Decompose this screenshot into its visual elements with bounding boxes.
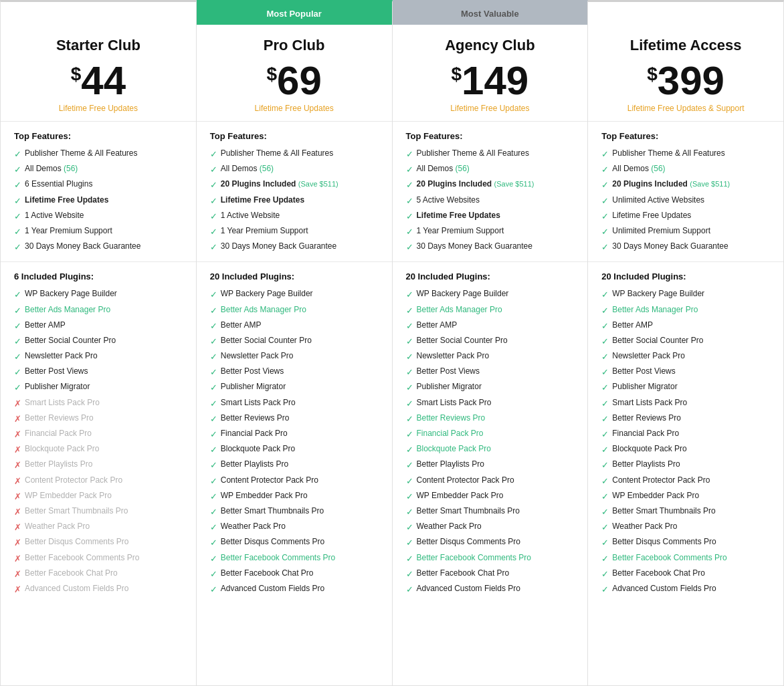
check-icon: ✓ [601, 491, 609, 503]
plugin-text-1-10: Blockquote Pack Pro [221, 443, 295, 455]
check-icon: ✓ [601, 305, 609, 317]
plugin-text-2-19: Advanced Custom Fields Pro [417, 583, 520, 594]
plugin-item-0-9: ✗Financial Pack Pro [14, 427, 183, 442]
feature-text-2-0: Publisher Theme & All Features [417, 148, 530, 159]
plan-starter: Starter Club$44Lifetime Free UpdatesTop … [0, 0, 197, 686]
check-icon: ✓ [601, 179, 609, 191]
check-icon: ✓ [210, 429, 217, 441]
plugin-item-3-1: ✓Better Ads Manager Pro [601, 303, 770, 318]
feature-text-0-1: All Demos (56) [25, 163, 78, 175]
plugin-text-0-11: Better Playlists Pro [25, 459, 92, 470]
plugin-text-2-1: Better Ads Manager Pro [417, 304, 502, 316]
plugin-item-1-11: ✓Better Playlists Pro [210, 457, 379, 473]
plan-header-pro: Pro Club$69Lifetime Free Updates [197, 25, 392, 122]
check-icon: ✓ [210, 506, 217, 518]
plan-badge-pro: Most Popular [197, 2, 392, 25]
check-icon: ✓ [210, 211, 217, 223]
plan-badge-lifetime [588, 2, 783, 25]
plugin-text-1-8: Better Reviews Pro [221, 413, 290, 424]
check-icon: ✓ [406, 211, 413, 223]
check-icon: ✓ [406, 148, 413, 160]
check-icon: ✓ [14, 179, 21, 191]
plan-features-section-pro: Top Features:✓Publisher Theme & All Feat… [197, 122, 392, 262]
check-icon: ✓ [601, 584, 609, 596]
plugin-text-1-16: Better Disqus Comments Pro [221, 536, 324, 548]
plugin-text-2-8: Better Reviews Pro [417, 413, 486, 424]
plugin-item-2-0: ✓WP Backery Page Builder [406, 287, 575, 302]
plugin-item-0-11: ✗Better Playlists Pro [14, 457, 183, 473]
plugin-text-3-1: Better Ads Manager Pro [612, 304, 698, 316]
check-icon: ✓ [210, 475, 217, 487]
plugin-text-1-1: Better Ads Manager Pro [221, 304, 306, 316]
plugin-item-3-16: ✓Better Disqus Comments Pro [601, 535, 770, 550]
cross-icon: ✗ [14, 522, 21, 534]
plugin-text-3-10: Blockquote Pack Pro [612, 443, 686, 455]
plan-header-agency: Agency Club$149Lifetime Free Updates [393, 25, 588, 122]
cross-icon: ✗ [14, 491, 21, 503]
check-icon: ✓ [210, 584, 217, 596]
plugin-text-1-6: Publisher Migrator [221, 381, 286, 392]
feature-text-3-1: All Demos (56) [612, 163, 665, 175]
plugin-item-1-14: ✓Better Smart Thumbnails Pro [210, 504, 379, 520]
plugin-item-1-13: ✓WP Embedder Pack Pro [210, 489, 379, 504]
plugin-item-3-9: ✓Financial Pack Pro [601, 427, 770, 442]
plugin-text-3-5: Better Post Views [612, 366, 676, 377]
check-icon: ✓ [210, 241, 217, 253]
plugin-text-1-4: Newsletter Pack Pro [221, 350, 294, 362]
plugin-item-2-11: ✓Better Playlists Pro [406, 457, 575, 473]
plugin-text-1-7: Smart Lists Pack Pro [221, 397, 296, 409]
check-icon: ✓ [406, 289, 413, 301]
check-icon: ✓ [601, 226, 609, 238]
check-icon: ✓ [601, 241, 609, 253]
plugin-item-1-17: ✓Better Facebook Comments Pro [210, 551, 379, 566]
plugin-text-2-18: Better Facebook Chat Pro [417, 568, 510, 579]
plan-plugins-title-starter: 6 Included Plugins: [14, 271, 183, 281]
plugin-item-0-8: ✗Better Reviews Pro [14, 411, 183, 427]
feature-text-0-5: 1 Year Premium Support [25, 225, 112, 237]
plan-features-section-starter: Top Features:✓Publisher Theme & All Feat… [1, 122, 196, 262]
plugin-text-0-1: Better Ads Manager Pro [25, 304, 110, 316]
plugin-item-1-5: ✓Better Post Views [210, 364, 379, 380]
feature-item-3-2: ✓20 Plugins Included (Save $511) [601, 177, 770, 193]
feature-item-0-6: ✓30 Days Money Back Guarantee [14, 239, 183, 255]
plan-name-lifetime: Lifetime Access [601, 37, 770, 54]
plugin-item-2-1: ✓Better Ads Manager Pro [406, 303, 575, 318]
feature-item-1-1: ✓All Demos (56) [210, 162, 379, 177]
feature-item-3-4: ✓Lifetime Free Updates [601, 209, 770, 224]
cross-icon: ✗ [14, 398, 21, 410]
check-icon: ✓ [210, 164, 217, 176]
feature-item-0-4: ✓1 Active Website [14, 209, 183, 224]
check-icon: ✓ [601, 366, 609, 378]
feature-item-1-0: ✓Publisher Theme & All Features [210, 146, 379, 162]
plugin-item-0-0: ✓WP Backery Page Builder [14, 287, 183, 302]
feature-text-3-0: Publisher Theme & All Features [612, 148, 725, 159]
plugin-text-3-8: Better Reviews Pro [612, 413, 681, 424]
feature-text-3-6: 30 Days Money Back Guarantee [612, 241, 728, 252]
feature-text-3-5: Unlimited Premium Support [612, 225, 710, 237]
plan-plugins-section-lifetime: 20 Included Plugins:✓WP Backery Page Bui… [588, 262, 783, 604]
plugin-item-3-6: ✓Publisher Migrator [601, 380, 770, 395]
plugin-text-1-15: Weather Pack Pro [221, 521, 286, 532]
check-icon: ✓ [210, 351, 217, 363]
plan-features-section-agency: Top Features:✓Publisher Theme & All Feat… [393, 122, 588, 262]
plugin-text-3-6: Publisher Migrator [612, 381, 677, 392]
plugin-item-0-16: ✗Better Disqus Comments Pro [14, 535, 183, 550]
plugin-text-3-11: Better Playlists Pro [612, 459, 680, 470]
plan-features-title-lifetime: Top Features: [601, 131, 770, 141]
feature-text-0-6: 30 Days Money Back Guarantee [25, 241, 140, 252]
plugin-text-2-15: Weather Pack Pro [417, 521, 482, 532]
plugin-text-0-14: Better Smart Thumbnails Pro [25, 505, 128, 517]
check-icon: ✓ [406, 336, 413, 348]
plugin-item-1-18: ✓Better Facebook Chat Pro [210, 566, 379, 582]
plugin-item-3-8: ✓Better Reviews Pro [601, 411, 770, 427]
plugin-item-3-11: ✓Better Playlists Pro [601, 457, 770, 473]
plugin-text-2-2: Better AMP [417, 320, 458, 331]
check-icon: ✓ [406, 491, 413, 503]
check-icon: ✓ [210, 398, 217, 410]
feature-text-1-3: Lifetime Free Updates [221, 195, 304, 206]
check-icon: ✓ [601, 148, 609, 160]
plugin-item-1-12: ✓Content Protector Pack Pro [210, 473, 379, 489]
plugin-item-2-2: ✓Better AMP [406, 318, 575, 334]
plugin-item-2-7: ✓Smart Lists Pack Pro [406, 396, 575, 411]
check-icon: ✓ [210, 444, 217, 456]
